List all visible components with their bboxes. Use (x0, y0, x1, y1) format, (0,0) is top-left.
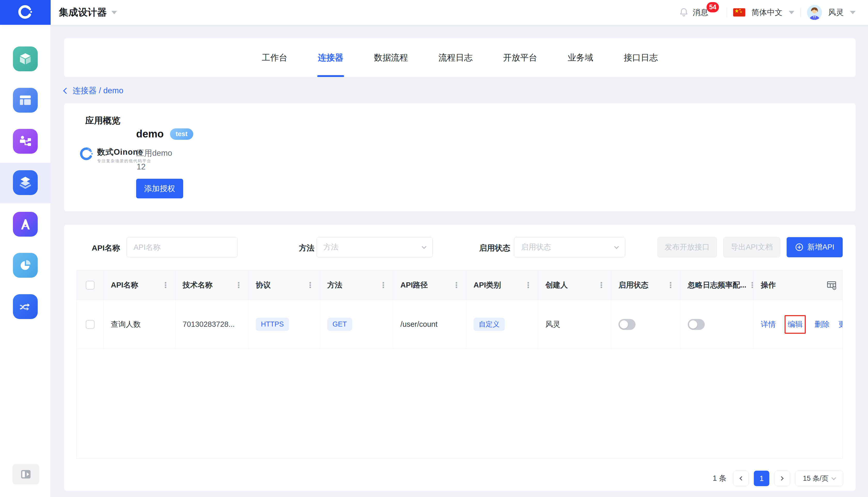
letter-a-icon (19, 218, 32, 230)
enabled-toggle-off[interactable] (618, 319, 636, 330)
sidebar-item-data-visualization[interactable] (13, 253, 38, 278)
app-switcher-caret-icon[interactable] (111, 11, 117, 14)
shuffle-icon (18, 301, 32, 313)
app-name-row: demo test (136, 128, 193, 140)
tab-api-log[interactable]: 接口日志 (624, 38, 658, 77)
app-code: 12 (137, 162, 145, 171)
flag-dot (739, 9, 741, 10)
divider (727, 8, 727, 17)
export-api-doc-button[interactable]: 导出API文档 (723, 237, 780, 257)
column-settings-icon[interactable] (826, 280, 837, 290)
delete-link[interactable]: 删除 (814, 319, 829, 330)
user-menu-caret-icon[interactable] (850, 11, 856, 14)
column-menu-icon[interactable]: ⋮ (522, 281, 532, 289)
app-name: demo (136, 128, 164, 140)
chevron-down-icon (831, 475, 836, 480)
col-header-api-name: API名称 (111, 280, 138, 290)
api-name-input[interactable] (127, 237, 238, 257)
tab-connector[interactable]: 连接器 (318, 38, 344, 77)
oinone-swirl-icon (79, 147, 94, 162)
tab-business-domain[interactable]: 业务域 (568, 38, 593, 77)
detail-link[interactable]: 详情 (761, 319, 776, 330)
method-tag: GET (327, 318, 352, 331)
tab-label: 工作台 (262, 52, 287, 63)
page-size-select[interactable]: 15 条/页 (795, 471, 843, 486)
app-title: 集成设计器 (59, 6, 107, 19)
tab-open-platform[interactable]: 开放平台 (503, 38, 537, 77)
method-select[interactable]: 方法 (316, 237, 433, 257)
app-sidebar (0, 25, 51, 497)
tab-data-flow[interactable]: 数据流程 (374, 38, 408, 77)
edit-highlight-annotation: 编辑 (785, 315, 806, 334)
table-row: 查询人数 70130283728... HTTPS GET /user/coun… (77, 300, 842, 349)
cell-api-name: 查询人数 (111, 319, 141, 330)
more-link[interactable]: 更多 (838, 319, 843, 330)
tab-flow-log[interactable]: 流程日志 (439, 38, 473, 77)
pie-chart-icon (19, 259, 32, 271)
status-select-placeholder: 启用状态 (521, 242, 551, 252)
page-size-value: 15 条/页 (803, 474, 828, 483)
select-all-checkbox[interactable] (86, 281, 95, 289)
page-1-button[interactable]: 1 (754, 471, 769, 486)
column-menu-icon[interactable]: ⋮ (160, 281, 169, 289)
messages-label[interactable]: 消息 (693, 7, 708, 18)
column-menu-icon[interactable]: ⋮ (451, 281, 460, 289)
chevron-left-icon (740, 476, 744, 481)
status-select[interactable]: 启用状态 (514, 237, 625, 257)
sidebar-item-data-flow[interactable] (13, 294, 38, 319)
col-header-creator: 创建人 (545, 280, 568, 290)
column-menu-icon[interactable]: ⋮ (596, 281, 605, 289)
category-tag: 自定义 (473, 318, 505, 331)
cell-api-path: /user/count (400, 320, 437, 329)
tab-workbench[interactable]: 工作台 (262, 38, 287, 77)
prev-page-button[interactable] (733, 471, 749, 486)
column-menu-icon[interactable]: ⋮ (378, 281, 387, 289)
ignore-log-toggle-off[interactable] (688, 319, 705, 330)
publish-open-api-button[interactable]: 发布开放接口 (657, 237, 717, 257)
pagination: 1 条 1 15 条/页 (713, 471, 843, 486)
create-api-button[interactable]: 新增API (787, 237, 843, 257)
org-flow-icon (18, 135, 32, 147)
messages-entry[interactable]: 消息 54 (679, 7, 721, 18)
tab-label: 流程日志 (439, 52, 473, 63)
col-header-ignore-log: 忽略日志频率配... (688, 280, 746, 290)
col-header-protocol: 协议 (256, 280, 271, 290)
username-label[interactable]: 风灵 (828, 7, 844, 18)
sidebar-item-ui-designer[interactable] (13, 88, 38, 113)
language-caret-icon[interactable] (789, 11, 794, 14)
breadcrumb[interactable]: 连接器 / demo (64, 85, 123, 96)
row-checkbox[interactable] (86, 320, 95, 329)
column-menu-icon[interactable]: ⋮ (304, 281, 314, 289)
chevron-right-icon (779, 476, 784, 481)
sidebar-collapse-button[interactable] (12, 464, 39, 484)
tab-label: 接口日志 (624, 52, 658, 63)
breadcrumb-path[interactable]: 连接器 / demo (73, 85, 123, 96)
tab-label: 连接器 (318, 52, 344, 63)
active-tab-indicator (317, 75, 344, 77)
add-authorization-button[interactable]: 添加授权 (136, 179, 183, 198)
column-menu-icon[interactable]: ⋮ (665, 281, 674, 289)
oinone-swirl-icon (17, 4, 33, 20)
topbar: 集成设计器 消息 54 ★ 简体中文 (0, 0, 868, 25)
edit-link[interactable]: 编辑 (788, 319, 803, 330)
sidebar-item-integration-designer[interactable] (13, 170, 38, 195)
app-description: 应用demo (136, 148, 172, 159)
user-avatar[interactable] (807, 5, 822, 20)
column-menu-icon[interactable]: ⋮ (746, 281, 754, 289)
main-content: 工作台 连接器 数据流程 流程日志 开放平台 业务域 接口日志 连接器 / de… (51, 25, 868, 497)
language-label[interactable]: 简体中文 (752, 7, 782, 18)
column-menu-icon[interactable]: ⋮ (233, 281, 243, 289)
layout-icon (19, 94, 32, 106)
plus-circle-icon (795, 243, 804, 252)
create-api-label: 新增API (807, 242, 835, 252)
app-overview-card: 应用概览 数式Oinone 专注复杂场景的低代码平台 demo test 应用d… (64, 103, 856, 211)
back-chevron-icon[interactable] (63, 88, 69, 94)
next-page-button[interactable] (774, 471, 790, 486)
method-select-placeholder: 方法 (324, 242, 338, 252)
sidebar-item-workflow-designer[interactable] (13, 129, 38, 154)
brand-logo[interactable] (0, 0, 51, 25)
api-list-card: API名称 方法 方法 启用状态 启用状态 发布开放接口 导出API文档 新增A… (64, 225, 856, 491)
layers-icon (18, 176, 32, 189)
sidebar-item-model-designer[interactable] (13, 46, 38, 71)
sidebar-item-ai-designer[interactable] (13, 212, 38, 237)
